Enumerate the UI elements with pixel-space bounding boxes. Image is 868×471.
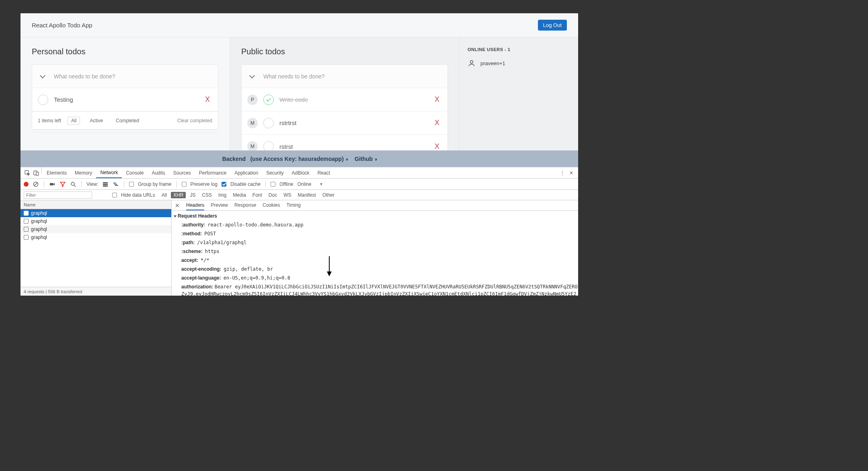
- request-headers-section[interactable]: Request Headers: [174, 212, 578, 220]
- disclosure-triangle-icon: [174, 215, 177, 217]
- request-row[interactable]: graphql: [21, 225, 171, 233]
- backend-note: (use Access Key: hasurademoapp): [250, 156, 344, 162]
- detail-tab-response[interactable]: Response: [234, 201, 256, 210]
- devtools-tab-console[interactable]: Console: [122, 167, 148, 178]
- filter-icon[interactable]: [60, 181, 66, 187]
- personal-input-row: [32, 65, 218, 88]
- network-filter-bar: Hide data URLs AllXHRJSCSSImgMediaFontDo…: [21, 190, 578, 200]
- filter-type-js[interactable]: JS: [187, 192, 198, 198]
- device-toolbar-icon[interactable]: [32, 167, 41, 178]
- group-by-frame-checkbox[interactable]: [129, 182, 134, 187]
- svg-point-0: [470, 60, 473, 63]
- camera-icon[interactable]: [49, 181, 55, 187]
- svg-line-8: [74, 185, 76, 187]
- user-avatar: M: [247, 141, 258, 150]
- filter-type-css[interactable]: CSS: [199, 192, 214, 198]
- detail-tab-preview[interactable]: Preview: [211, 201, 228, 210]
- devtools-tab-audits[interactable]: Audits: [148, 167, 169, 178]
- devtools-tab-security[interactable]: Security: [262, 167, 287, 178]
- detail-tab-cookies[interactable]: Cookies: [263, 201, 280, 210]
- todo-item: P Write code X: [242, 88, 447, 111]
- delete-todo-button[interactable]: X: [203, 94, 212, 105]
- devtools-menu-icon[interactable]: ⋮: [558, 167, 567, 178]
- header-key: :scheme:: [181, 248, 203, 255]
- public-todo-card: P Write code X M rstrtrst X M rstrst: [241, 64, 448, 150]
- filter-type-img[interactable]: Img: [216, 192, 229, 198]
- request-row[interactable]: graphql: [21, 217, 171, 225]
- header-key: accept-language:: [181, 274, 221, 282]
- devtools-tab-memory[interactable]: Memory: [71, 167, 96, 178]
- filter-type-xhr[interactable]: XHR: [171, 192, 186, 198]
- devtools-tab-react[interactable]: React: [314, 167, 334, 178]
- record-button[interactable]: [24, 182, 29, 187]
- filter-input[interactable]: [24, 191, 92, 199]
- network-content: Name graphqlgraphqlgraphqlgraphql 4 requ…: [21, 200, 578, 296]
- filter-type-doc[interactable]: Doc: [266, 192, 279, 198]
- devtools-tab-adblock[interactable]: AdBlock: [288, 167, 314, 178]
- chevron-down-icon[interactable]: [39, 73, 47, 80]
- disable-cache-checkbox[interactable]: [222, 182, 226, 187]
- large-rows-icon[interactable]: [102, 181, 109, 187]
- todo-item: M rstrtrst X: [242, 111, 447, 135]
- personal-footer: 1 items left All Active Completed Clear …: [32, 111, 218, 129]
- filter-type-all[interactable]: All: [159, 192, 169, 198]
- devtools-close-icon[interactable]: ✕: [567, 167, 576, 178]
- delete-todo-button[interactable]: X: [432, 117, 442, 129]
- hide-data-urls-checkbox[interactable]: [112, 193, 117, 197]
- detail-tab-timing[interactable]: Timing: [286, 201, 301, 210]
- devtools-tab-sources[interactable]: Sources: [169, 167, 195, 178]
- network-toolbar: View: Group by frame Preserve log Disabl…: [21, 179, 578, 190]
- devtools-tab-performance[interactable]: Performance: [195, 167, 231, 178]
- devtools-panel: ElementsMemoryNetworkConsoleAuditsSource…: [21, 167, 578, 296]
- request-row[interactable]: graphql: [21, 209, 171, 217]
- clear-completed-button[interactable]: Clear completed: [177, 118, 212, 123]
- close-detail-icon[interactable]: ✕: [175, 202, 180, 209]
- hide-data-urls-label: Hide data URLs: [121, 192, 155, 198]
- delete-todo-button[interactable]: X: [432, 94, 442, 105]
- filter-type-ws[interactable]: WS: [281, 192, 293, 198]
- header-row: :path:/v1alpha1/graphql: [174, 238, 578, 247]
- devtools-tab-elements[interactable]: Elements: [43, 167, 71, 178]
- todo-checkbox[interactable]: [263, 118, 274, 128]
- group-by-frame-label: Group by frame: [138, 181, 171, 187]
- filter-type-other[interactable]: Other: [320, 192, 337, 198]
- header-value: https: [205, 248, 220, 255]
- detail-body[interactable]: Request Headers :authority:react-apollo-…: [172, 211, 578, 296]
- detail-tab-headers[interactable]: Headers: [186, 201, 204, 210]
- backend-link[interactable]: Backend (use Access Key: hasurademoapp) …: [222, 156, 347, 162]
- filter-type-manifest[interactable]: Manifest: [295, 192, 318, 198]
- logout-button[interactable]: Log Out: [538, 20, 567, 31]
- inspect-element-icon[interactable]: [23, 167, 32, 178]
- todo-checkbox[interactable]: [263, 95, 274, 105]
- user-avatar: P: [247, 95, 258, 105]
- header-key: authorization:: [181, 284, 213, 290]
- github-link[interactable]: Github ››: [355, 156, 376, 162]
- offline-checkbox[interactable]: [271, 182, 275, 187]
- devtools-tab-application[interactable]: Application: [231, 167, 263, 178]
- devtools-tabs: ElementsMemoryNetworkConsoleAuditsSource…: [21, 167, 578, 179]
- devtools-tab-network[interactable]: Network: [96, 167, 122, 178]
- filter-type-media[interactable]: Media: [230, 192, 248, 198]
- todo-checkbox[interactable]: [38, 95, 48, 105]
- throttle-select[interactable]: Online ▼: [298, 181, 323, 187]
- request-name: graphql: [31, 218, 47, 224]
- todo-checkbox[interactable]: [263, 141, 274, 150]
- request-list: graphqlgraphqlgraphqlgraphql: [21, 209, 171, 287]
- preserve-log-checkbox[interactable]: [182, 182, 187, 187]
- chevron-down-icon[interactable]: [249, 73, 256, 80]
- delete-todo-button[interactable]: X: [432, 141, 442, 151]
- filter-active-button[interactable]: Active: [86, 117, 106, 124]
- clear-icon[interactable]: [33, 181, 39, 187]
- filter-all-button[interactable]: All: [68, 117, 80, 125]
- request-row[interactable]: graphql: [21, 233, 171, 241]
- filter-completed-button[interactable]: Completed: [113, 117, 142, 124]
- personal-todo-input[interactable]: [54, 73, 211, 80]
- waterfall-icon[interactable]: [113, 181, 119, 187]
- search-icon[interactable]: [70, 181, 76, 187]
- filter-type-font[interactable]: Font: [250, 192, 265, 198]
- header-row: :authority:react-apollo-todo.demo.hasura…: [174, 220, 578, 229]
- public-todo-input[interactable]: [263, 73, 440, 80]
- header-row: :method:POST: [174, 229, 578, 238]
- card-shadow: [33, 130, 218, 133]
- file-icon: [24, 219, 29, 224]
